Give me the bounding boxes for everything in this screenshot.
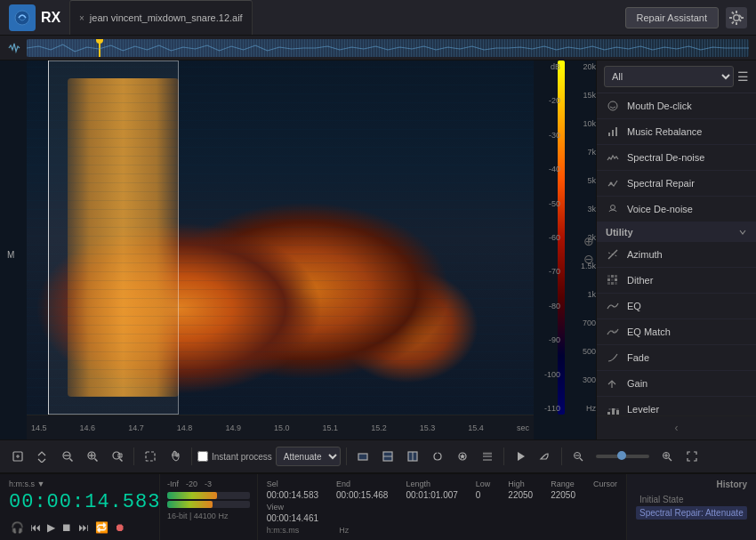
- zoom-out-h-button[interactable]: [57, 447, 78, 466]
- history-initial-state[interactable]: Initial State: [636, 493, 747, 506]
- history-title: History: [636, 480, 747, 489]
- time-14.7: 14.7: [128, 423, 144, 432]
- file-tab[interactable]: × jean vincent_mixdown_snare.12.aif: [69, 0, 253, 35]
- logo-area: RX: [9, 4, 62, 31]
- hz-unit-label: Hz: [339, 526, 349, 535]
- history-last-action[interactable]: Spectral Repair: Attenuate: [636, 506, 747, 520]
- minus3-label: -3: [205, 480, 212, 488]
- zoom-in-h-button[interactable]: [82, 447, 103, 466]
- waveform-icon: [7, 41, 21, 55]
- play-button[interactable]: ▶: [45, 520, 57, 536]
- hz-3k: 3k: [562, 205, 596, 214]
- transport-controls: 🎧 ⏮ ▶ ⏹ ⏭ 🔁 ⏺: [9, 520, 150, 536]
- zoom-fit-button[interactable]: [7, 447, 28, 466]
- timecode-label: h:m:s.s ▼: [9, 480, 150, 488]
- meter-row-2: [167, 501, 250, 508]
- time-15.2: 15.2: [371, 423, 387, 432]
- waveform-overview[interactable]: [0, 36, 756, 60]
- sidebar-item-music-rebalance[interactable]: Music Rebalance: [597, 119, 756, 145]
- sidebar-item-eq[interactable]: EQ: [597, 294, 756, 319]
- zoom-btn2[interactable]: [32, 447, 53, 466]
- time-select-button[interactable]: [377, 447, 398, 466]
- vertical-zoom-slider[interactable]: [596, 455, 649, 458]
- tab-filename: jean vincent_mixdown_snare.12.aif: [90, 12, 243, 23]
- svg-rect-16: [611, 282, 614, 285]
- eq-icon: [606, 299, 620, 313]
- instant-process-checkbox[interactable]: [197, 451, 208, 462]
- waveform-content[interactable]: [27, 39, 749, 57]
- sidebar-section-utility[interactable]: Utility: [597, 222, 756, 242]
- hz-20k: 20k: [562, 62, 596, 71]
- repair-assistant-button[interactable]: Repair Assistant: [625, 7, 719, 28]
- magic-select-button[interactable]: [452, 447, 473, 466]
- lasso-select-button[interactable]: [427, 447, 448, 466]
- cursor-label: Cursor: [593, 480, 617, 488]
- stop-button[interactable]: ⏹: [60, 520, 74, 536]
- sidebar-item-mouth-declick[interactable]: Mouth De-click: [597, 93, 756, 119]
- hz-label: Hz: [562, 404, 596, 413]
- svg-rect-37: [146, 452, 155, 461]
- sidebar-item-dither[interactable]: Dither: [597, 268, 756, 294]
- meter-bar-2: [167, 501, 250, 508]
- select-tool-button[interactable]: [140, 447, 161, 466]
- bright-section: [68, 78, 179, 397]
- music-rebalance-icon: [606, 125, 620, 139]
- zoom-sel-button[interactable]: [107, 447, 128, 466]
- status-col-length: Length 00:01:01.007: [406, 480, 457, 500]
- svg-line-34: [95, 459, 98, 462]
- zoom-in-icon[interactable]: ⊕: [583, 234, 594, 248]
- rect-select-button[interactable]: [352, 447, 374, 466]
- sidebar-item-spectral-repair[interactable]: Spectral Repair: [597, 171, 756, 197]
- sidebar-item-azimuth[interactable]: Azimuth: [597, 242, 756, 268]
- sidebar-item-spectral-denoise[interactable]: Spectral De-noise: [597, 145, 756, 171]
- zoom-out-icon[interactable]: ⊖: [583, 252, 594, 266]
- db-50: -50: [534, 199, 560, 208]
- sidebar-item-eq-match[interactable]: EQ Match: [597, 319, 756, 345]
- inf-label: -Inf: [167, 480, 179, 488]
- hand-tool-button[interactable]: [165, 447, 186, 466]
- sidebar-label-gain: Gain: [627, 378, 647, 389]
- attenuate-select[interactable]: Attenuate Replace Copy Out: [276, 447, 341, 466]
- play-forward-button[interactable]: ⏭: [76, 520, 91, 536]
- status-col-high: High 22050: [508, 480, 533, 500]
- time-14.9: 14.9: [225, 423, 241, 432]
- meter-row-1: [167, 492, 250, 499]
- zoom-v-in-button[interactable]: [656, 447, 678, 465]
- svg-point-5: [610, 182, 613, 185]
- render-button[interactable]: [510, 447, 531, 466]
- fullscreen-button[interactable]: [681, 447, 703, 466]
- meter-fill-1: [167, 492, 217, 499]
- db-40: -40: [534, 165, 560, 173]
- settings-icon[interactable]: [726, 7, 747, 28]
- status-format-labels: h:m:s.ms Hz: [267, 526, 617, 535]
- db-60: -60: [534, 233, 560, 242]
- sidebar-menu-icon[interactable]: ☰: [737, 69, 749, 84]
- timecode-panel: h:m:s.s ▼ 00:00:14.583 🎧 ⏮ ▶ ⏹ ⏭ 🔁 ⏺: [0, 474, 160, 540]
- zoom-v-out-button[interactable]: [567, 447, 589, 465]
- record-button[interactable]: ⏺: [113, 520, 127, 536]
- sidebar-item-leveler[interactable]: Leveler: [597, 397, 756, 415]
- svg-line-55: [669, 458, 672, 461]
- spectral-repair-icon: [606, 176, 620, 190]
- time-sec: sec: [517, 423, 529, 432]
- dither-icon: [606, 273, 620, 287]
- sidebar-collapse-button[interactable]: ‹: [597, 415, 756, 439]
- sidebar-item-gain[interactable]: Gain: [597, 371, 756, 397]
- loop-button[interactable]: 🔁: [93, 520, 110, 536]
- sidebar-list[interactable]: Mouth De-click Music Rebalance: [597, 93, 756, 415]
- headphones-button[interactable]: 🎧: [9, 520, 26, 536]
- db-110: -110: [534, 404, 560, 413]
- sidebar-item-voice-denoise[interactable]: Voice De-noise: [597, 197, 756, 222]
- sidebar-item-fade[interactable]: Fade: [597, 345, 756, 371]
- skip-back-button[interactable]: ⏮: [28, 520, 43, 536]
- spectrogram-area[interactable]: M 20k 15k 10k 7k 5k 3k 2k 1.5k 1k 700 50…: [0, 60, 596, 439]
- svg-rect-12: [607, 278, 610, 281]
- freq-select-button[interactable]: [402, 447, 423, 466]
- harmonic-button[interactable]: [477, 447, 498, 466]
- hz-15k: 15k: [562, 91, 596, 100]
- sidebar-filter-select[interactable]: All: [604, 66, 734, 87]
- tab-close-icon[interactable]: ×: [79, 13, 84, 23]
- high-value: 22050: [508, 490, 533, 500]
- draw-button[interactable]: [535, 447, 556, 466]
- sidebar-section-utility-label: Utility: [606, 227, 633, 238]
